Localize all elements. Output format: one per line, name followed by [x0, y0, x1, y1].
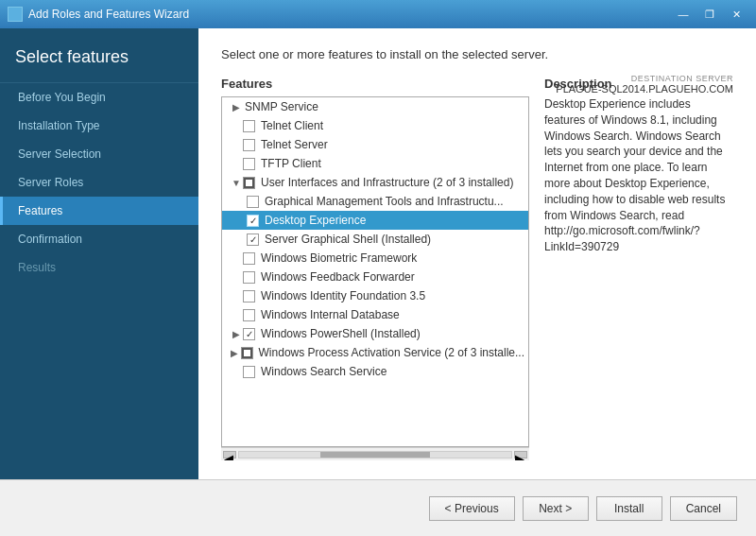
tree-label-telnet-client: Telnet Client [261, 119, 323, 132]
sidebar-item-confirmation[interactable]: Confirmation [0, 225, 198, 253]
next-button[interactable]: Next > [523, 496, 589, 521]
sidebar-item-server-selection[interactable]: Server Selection [0, 140, 198, 168]
checkbox-graphical-tools[interactable] [247, 196, 259, 208]
tree-item-powershell[interactable]: ▶ Windows PowerShell (Installed) [222, 324, 528, 343]
scroll-track[interactable] [238, 451, 512, 458]
title-bar-title: Add Roles and Features Wizard [28, 8, 189, 21]
sidebar: Select features Before You Begin Install… [0, 28, 198, 479]
cancel-button[interactable]: Cancel [670, 496, 737, 521]
tree-label-snmp: SNMP Service [245, 100, 318, 113]
checkbox-feedback[interactable] [243, 271, 255, 284]
tree-label-server-graphical-shell: Server Graphical Shell (Installed) [265, 233, 431, 246]
checkbox-user-interfaces[interactable] [243, 177, 255, 189]
tree-item-snmp[interactable]: ▶ SNMP Service [222, 97, 528, 116]
tree-label-telnet-server: Telnet Server [261, 138, 328, 151]
tree-label-powershell: Windows PowerShell (Installed) [261, 327, 421, 340]
description-panel: Description Desktop Experience includes … [544, 77, 733, 460]
checkbox-process-activation[interactable] [241, 347, 253, 359]
tree-item-server-graphical-shell[interactable]: Server Graphical Shell (Installed) [222, 230, 528, 249]
scroll-thumb[interactable] [320, 452, 429, 458]
tree-label-feedback: Windows Feedback Forwarder [261, 270, 415, 284]
checkbox-powershell[interactable] [243, 328, 255, 340]
horizontal-scrollbar[interactable]: ◀ ▶ [221, 447, 529, 460]
tree-label-internal-db: Windows Internal Database [261, 308, 400, 321]
destination-server-label: DESTINATION SERVER [556, 74, 733, 83]
title-bar-controls: — ❐ ✕ [671, 5, 748, 24]
checkbox-telnet-client[interactable] [243, 120, 255, 132]
tree-label-biometric: Windows Biometric Framework [261, 251, 417, 265]
install-button[interactable]: Install [596, 496, 662, 521]
checkbox-wif[interactable] [243, 290, 255, 303]
tree-label-user-interfaces: User Interfaces and Infrastructure (2 of… [261, 176, 513, 189]
expand-icon-user-interfaces[interactable]: ▼ [230, 176, 243, 189]
sidebar-item-features[interactable]: Features [0, 197, 198, 225]
tree-item-wif[interactable]: Windows Identity Foundation 3.5 [222, 286, 528, 305]
checkbox-telnet-server[interactable] [243, 139, 255, 151]
tree-label-search-service: Windows Search Service [261, 365, 387, 378]
tree-item-process-activation[interactable]: ▶ Windows Process Activation Service (2 … [222, 343, 528, 362]
features-panel: Features ▶ SNMP Service Telnet Client [221, 77, 529, 460]
footer: < Previous Next > Install Cancel [0, 479, 756, 536]
checkbox-server-graphical-shell[interactable] [247, 233, 259, 246]
tree-item-search-service[interactable]: Windows Search Service [222, 362, 528, 381]
tree-item-user-interfaces[interactable]: ▼ User Interfaces and Infrastructure (2 … [222, 173, 528, 192]
expand-icon-snmp[interactable]: ▶ [230, 100, 243, 113]
sidebar-item-server-roles[interactable]: Server Roles [0, 168, 198, 197]
tree-label-wif: Windows Identity Foundation 3.5 [261, 289, 425, 303]
checkbox-desktop-experience[interactable] [247, 215, 259, 227]
tree-label-process-activation: Windows Process Activation Service (2 of… [259, 346, 524, 359]
destination-server: DESTINATION SERVER PLAGUE-SQL2014.PLAGUE… [556, 74, 733, 95]
features-tree[interactable]: ▶ SNMP Service Telnet Client Telnet Serv… [221, 96, 529, 447]
tree-item-feedback[interactable]: Windows Feedback Forwarder [222, 268, 528, 286]
tree-item-tftp-client[interactable]: TFTP Client [222, 154, 528, 173]
previous-button[interactable]: < Previous [429, 496, 515, 521]
sidebar-item-results: Results [0, 253, 198, 282]
wizard-body: Select features Before You Begin Install… [0, 28, 756, 479]
tree-label-tftp-client: TFTP Client [261, 157, 321, 170]
sidebar-header: Select features [0, 28, 198, 83]
close-button[interactable]: ✕ [724, 5, 748, 24]
tree-item-internal-db[interactable]: Windows Internal Database [222, 305, 528, 324]
title-bar-left: Add Roles and Features Wizard [8, 7, 189, 22]
tree-item-desktop-experience[interactable]: Desktop Experience [222, 211, 528, 230]
tree-label-graphical-tools: Graphical Management Tools and Infrastru… [265, 195, 504, 208]
content-instruction: Select one or more features to install o… [221, 47, 733, 61]
wizard-icon [8, 7, 23, 22]
scroll-right-btn[interactable]: ▶ [514, 451, 527, 458]
expand-icon-powershell[interactable]: ▶ [230, 327, 243, 340]
checkbox-internal-db[interactable] [243, 309, 255, 321]
checkbox-search-service[interactable] [243, 366, 255, 378]
sidebar-item-before-you-begin[interactable]: Before You Begin [0, 83, 198, 112]
content-main: Features ▶ SNMP Service Telnet Client [221, 77, 733, 460]
tree-item-telnet-server[interactable]: Telnet Server [222, 135, 528, 154]
checkbox-biometric[interactable] [243, 252, 255, 265]
features-label: Features [221, 77, 529, 91]
destination-server-name: PLAGUE-SQL2014.PLAGUEHO.COM [556, 83, 733, 95]
tree-label-desktop-experience: Desktop Experience [265, 214, 366, 227]
scroll-left-btn[interactable]: ◀ [223, 451, 236, 458]
minimize-button[interactable]: — [671, 5, 696, 24]
expand-icon-process-activation[interactable]: ▶ [228, 346, 241, 359]
description-text: Desktop Experience includes features of … [544, 96, 733, 255]
sidebar-item-installation-type[interactable]: Installation Type [0, 112, 198, 140]
checkbox-tftp-client[interactable] [243, 158, 255, 170]
title-bar: Add Roles and Features Wizard — ❐ ✕ [0, 0, 756, 28]
tree-item-telnet-client[interactable]: Telnet Client [222, 116, 528, 135]
restore-button[interactable]: ❐ [697, 5, 722, 24]
tree-item-graphical-tools[interactable]: Graphical Management Tools and Infrastru… [222, 192, 528, 211]
content-header: Select one or more features to install o… [221, 47, 733, 69]
content-area: DESTINATION SERVER PLAGUE-SQL2014.PLAGUE… [198, 28, 756, 479]
tree-item-biometric[interactable]: Windows Biometric Framework [222, 249, 528, 268]
